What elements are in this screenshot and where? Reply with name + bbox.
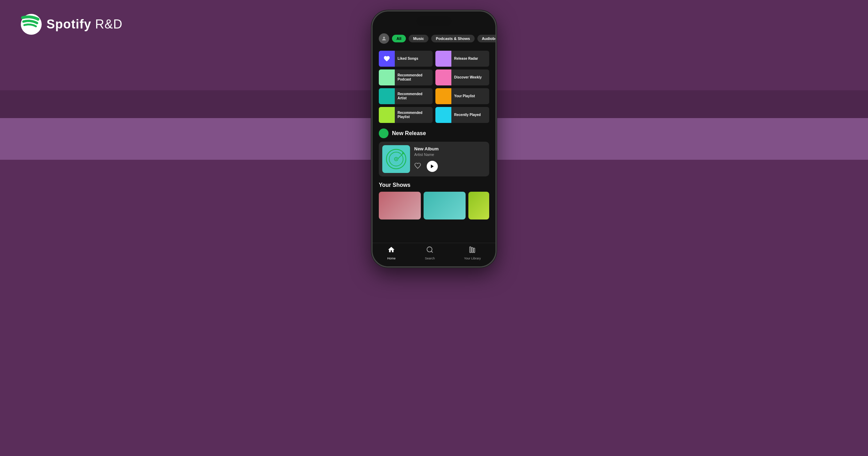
list-item[interactable]: Recently Played	[435, 107, 489, 123]
library-grid: Liked Songs Release Radar Recommended Po…	[379, 51, 489, 123]
recommended-playlist-icon	[379, 107, 395, 123]
logo-area: Spotify R&D	[21, 14, 123, 35]
svg-rect-11	[469, 247, 471, 253]
home-icon	[387, 246, 395, 255]
filter-all[interactable]: All	[392, 35, 406, 42]
nav-search[interactable]: Search	[425, 246, 435, 260]
list-item[interactable]: Your Playlist	[435, 88, 489, 104]
filter-audiobooks[interactable]: Audiobo	[477, 35, 495, 42]
recommended-artist-label: Recommended Artist	[398, 92, 433, 100]
dynamic-island	[417, 16, 451, 26]
release-radar-label: Release Radar	[454, 57, 479, 61]
play-button[interactable]	[427, 161, 438, 172]
phone-body: All Music Podcasts & Shows Audiobo Liked…	[372, 10, 496, 267]
show-card[interactable]	[468, 192, 489, 219]
album-info: New Album Artist Name	[414, 146, 486, 172]
list-item[interactable]: Recommended Playlist	[379, 107, 433, 123]
svg-marker-8	[431, 165, 434, 168]
search-label: Search	[425, 257, 435, 260]
new-release-card[interactable]: New Album Artist Name	[379, 142, 489, 176]
liked-songs-icon	[379, 51, 395, 67]
album-actions	[414, 161, 486, 172]
album-art	[382, 145, 410, 173]
phone-container: All Music Podcasts & Shows Audiobo Liked…	[372, 10, 496, 267]
your-playlist-icon	[435, 88, 451, 104]
your-playlist-label: Your Playlist	[454, 94, 476, 98]
svg-line-10	[431, 251, 433, 252]
svg-rect-13	[473, 248, 475, 252]
filter-music[interactable]: Music	[409, 35, 428, 42]
recommended-artist-icon	[379, 88, 395, 104]
shows-row	[379, 192, 489, 219]
library-label: Your Library	[464, 257, 481, 260]
recommended-podcast-icon	[379, 69, 395, 85]
svg-rect-12	[471, 248, 473, 253]
phone-screen: All Music Podcasts & Shows Audiobo Liked…	[373, 11, 495, 266]
liked-songs-label: Liked Songs	[398, 57, 419, 61]
your-shows-title: Your Shows	[379, 182, 489, 188]
recently-played-icon	[435, 107, 451, 123]
like-button[interactable]	[414, 162, 421, 171]
spotify-logo-icon	[21, 14, 42, 35]
discover-weekly-icon	[435, 69, 451, 85]
svg-point-7	[402, 152, 404, 154]
recommended-podcast-label: Recommended Podcast	[398, 73, 433, 82]
user-avatar[interactable]	[379, 33, 389, 44]
album-artist: Artist Name	[414, 152, 486, 157]
new-release-dot	[379, 128, 389, 138]
list-item[interactable]: Release Radar	[435, 51, 489, 67]
svg-point-1	[383, 37, 385, 39]
show-card[interactable]	[379, 192, 421, 219]
brand-name: Spotify R&D	[47, 17, 123, 32]
top-navigation: All Music Podcasts & Shows Audiobo	[379, 31, 489, 47]
list-item[interactable]: Discover Weekly	[435, 69, 489, 85]
list-item[interactable]: Recommended Podcast	[379, 69, 433, 85]
bottom-navigation: Home Search Your	[373, 243, 495, 266]
new-release-section: New Release	[379, 128, 489, 138]
recommended-playlist-label: Recommended Playlist	[398, 111, 433, 119]
filter-podcasts[interactable]: Podcasts & Shows	[431, 35, 474, 42]
home-label: Home	[387, 257, 395, 260]
album-title: New Album	[414, 146, 486, 151]
library-icon	[469, 246, 476, 255]
release-radar-icon	[435, 51, 451, 67]
nav-library[interactable]: Your Library	[464, 246, 481, 260]
recently-played-label: Recently Played	[454, 113, 482, 117]
svg-point-9	[427, 247, 432, 252]
nav-home[interactable]: Home	[387, 246, 395, 260]
list-item[interactable]: Liked Songs	[379, 51, 433, 67]
show-card[interactable]	[424, 192, 466, 219]
discover-weekly-label: Discover Weekly	[454, 75, 483, 80]
search-icon	[426, 246, 434, 255]
list-item[interactable]: Recommended Artist	[379, 88, 433, 104]
new-release-title: New Release	[392, 130, 426, 136]
svg-point-5	[395, 158, 397, 160]
